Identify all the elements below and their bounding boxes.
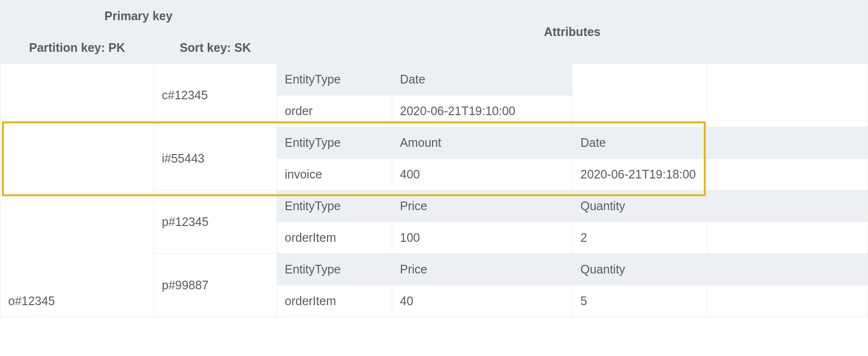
attr-value <box>707 285 868 317</box>
attr-value: 2020-06-21T19:10:00 <box>392 95 573 127</box>
attr-value: 5 <box>573 285 707 317</box>
sort-key-cell: p#12345 <box>154 190 277 254</box>
attr-header: Amount <box>392 127 573 159</box>
attr-value: 400 <box>392 159 573 190</box>
attr-header: Date <box>573 127 707 159</box>
attr-value: 2020-06-21T19:18:00 <box>573 159 707 190</box>
attr-value: orderItem <box>277 222 392 254</box>
attr-value: order <box>277 95 392 127</box>
attr-header: EntityType <box>277 254 392 285</box>
attr-header: Price <box>392 254 573 285</box>
sort-key-cell: p#99887 <box>154 254 277 317</box>
attr-header <box>707 190 868 222</box>
attr-header: EntityType <box>277 64 392 95</box>
attr-empty <box>573 64 707 127</box>
attr-header: EntityType <box>277 190 392 222</box>
partition-key-cell: o#12345 <box>0 64 154 317</box>
attr-header: Date <box>392 64 573 95</box>
attr-header <box>707 254 868 285</box>
attr-header: Quantity <box>573 254 707 285</box>
attr-value: 2 <box>573 222 707 254</box>
header-attributes: Attributes <box>277 0 868 64</box>
attr-value: 100 <box>392 222 573 254</box>
partition-key-value: o#12345 <box>0 285 154 317</box>
attr-value <box>707 222 868 254</box>
dynamodb-table: Primary key Attributes Partition key: PK… <box>0 0 868 317</box>
attr-value: 40 <box>392 285 573 317</box>
attr-header: EntityType <box>277 127 392 159</box>
attr-empty <box>707 64 868 127</box>
header-sort-key: Sort key: SK <box>154 32 277 64</box>
attr-header <box>707 127 868 159</box>
header-partition-key: Partition key: PK <box>0 32 154 64</box>
attr-value: invoice <box>277 159 392 190</box>
sort-key-cell: c#12345 <box>154 64 277 127</box>
sort-key-cell: i#55443 <box>154 127 277 190</box>
header-primary-key: Primary key <box>0 0 277 32</box>
attr-header: Quantity <box>573 190 707 222</box>
attr-value: orderItem <box>277 285 392 317</box>
attr-value <box>707 159 868 190</box>
attr-header: Price <box>392 190 573 222</box>
